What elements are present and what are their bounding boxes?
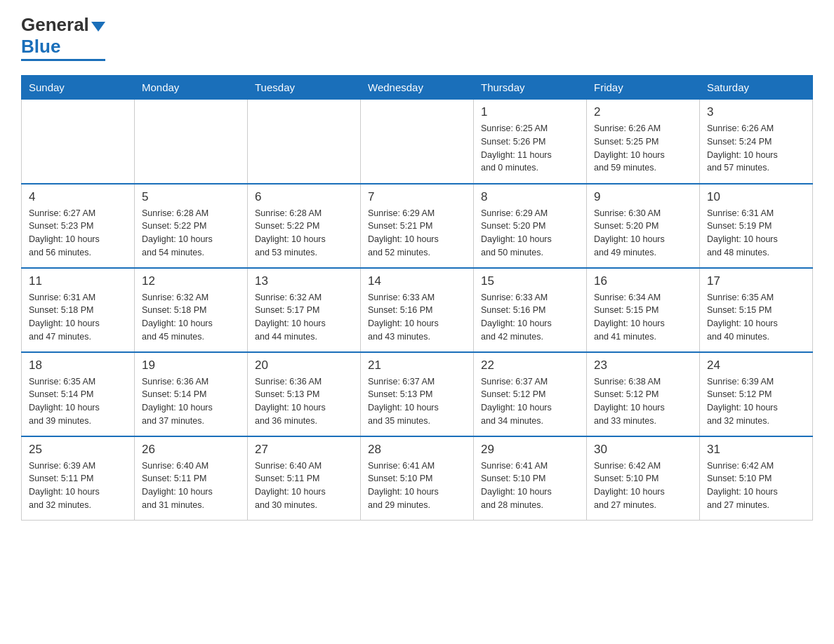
day-number: 11 — [29, 274, 127, 288]
calendar-week-row: 1Sunrise: 6:25 AM Sunset: 5:26 PM Daylig… — [22, 100, 813, 184]
day-number: 16 — [594, 274, 692, 288]
calendar-header-saturday: Saturday — [700, 76, 813, 100]
day-info: Sunrise: 6:29 AM Sunset: 5:21 PM Dayligh… — [368, 207, 466, 260]
day-info: Sunrise: 6:36 AM Sunset: 5:14 PM Dayligh… — [142, 375, 240, 428]
day-info: Sunrise: 6:32 AM Sunset: 5:18 PM Dayligh… — [142, 291, 240, 344]
day-info: Sunrise: 6:37 AM Sunset: 5:13 PM Dayligh… — [368, 375, 466, 428]
calendar-header-tuesday: Tuesday — [248, 76, 361, 100]
header: General Blue — [21, 14, 813, 61]
day-number: 3 — [707, 105, 805, 119]
day-number: 5 — [142, 190, 240, 204]
day-number: 28 — [368, 443, 466, 457]
day-number: 13 — [255, 274, 353, 288]
calendar-cell: 9Sunrise: 6:30 AM Sunset: 5:20 PM Daylig… — [587, 184, 700, 268]
day-number: 31 — [707, 443, 805, 457]
day-number: 19 — [142, 358, 240, 373]
calendar-cell: 19Sunrise: 6:36 AM Sunset: 5:14 PM Dayli… — [135, 352, 248, 436]
day-number: 26 — [142, 443, 240, 457]
day-number: 24 — [707, 358, 805, 373]
day-number: 6 — [255, 190, 353, 204]
calendar-week-row: 11Sunrise: 6:31 AM Sunset: 5:18 PM Dayli… — [22, 268, 813, 352]
calendar-cell: 23Sunrise: 6:38 AM Sunset: 5:12 PM Dayli… — [587, 352, 700, 436]
calendar-cell: 20Sunrise: 6:36 AM Sunset: 5:13 PM Dayli… — [248, 352, 361, 436]
day-info: Sunrise: 6:36 AM Sunset: 5:13 PM Dayligh… — [255, 375, 353, 428]
day-info: Sunrise: 6:28 AM Sunset: 5:22 PM Dayligh… — [255, 207, 353, 260]
calendar-cell — [22, 100, 135, 184]
calendar-week-row: 4Sunrise: 6:27 AM Sunset: 5:23 PM Daylig… — [22, 184, 813, 268]
calendar-cell — [135, 100, 248, 184]
calendar-cell: 16Sunrise: 6:34 AM Sunset: 5:15 PM Dayli… — [587, 268, 700, 352]
calendar-cell: 31Sunrise: 6:42 AM Sunset: 5:10 PM Dayli… — [700, 436, 813, 521]
calendar-cell: 3Sunrise: 6:26 AM Sunset: 5:24 PM Daylig… — [700, 100, 813, 184]
calendar-cell: 24Sunrise: 6:39 AM Sunset: 5:12 PM Dayli… — [700, 352, 813, 436]
day-info: Sunrise: 6:42 AM Sunset: 5:10 PM Dayligh… — [707, 459, 805, 512]
day-info: Sunrise: 6:41 AM Sunset: 5:10 PM Dayligh… — [481, 459, 579, 512]
day-info: Sunrise: 6:31 AM Sunset: 5:18 PM Dayligh… — [29, 291, 127, 344]
day-info: Sunrise: 6:26 AM Sunset: 5:24 PM Dayligh… — [707, 122, 805, 175]
day-info: Sunrise: 6:34 AM Sunset: 5:15 PM Dayligh… — [594, 291, 692, 344]
calendar-cell: 11Sunrise: 6:31 AM Sunset: 5:18 PM Dayli… — [22, 268, 135, 352]
logo: General Blue — [21, 14, 105, 61]
calendar-cell: 2Sunrise: 6:26 AM Sunset: 5:25 PM Daylig… — [587, 100, 700, 184]
day-info: Sunrise: 6:33 AM Sunset: 5:16 PM Dayligh… — [368, 291, 466, 344]
day-info: Sunrise: 6:39 AM Sunset: 5:12 PM Dayligh… — [707, 375, 805, 428]
calendar-cell: 15Sunrise: 6:33 AM Sunset: 5:16 PM Dayli… — [474, 268, 587, 352]
calendar-cell — [248, 100, 361, 184]
day-info: Sunrise: 6:38 AM Sunset: 5:12 PM Dayligh… — [594, 375, 692, 428]
calendar-cell: 4Sunrise: 6:27 AM Sunset: 5:23 PM Daylig… — [22, 184, 135, 268]
day-info: Sunrise: 6:25 AM Sunset: 5:26 PM Dayligh… — [481, 122, 579, 175]
day-number: 22 — [481, 358, 579, 373]
calendar-header-monday: Monday — [135, 76, 248, 100]
calendar-cell: 25Sunrise: 6:39 AM Sunset: 5:11 PM Dayli… — [22, 436, 135, 521]
day-info: Sunrise: 6:32 AM Sunset: 5:17 PM Dayligh… — [255, 291, 353, 344]
day-number: 18 — [29, 358, 127, 373]
calendar-table: SundayMondayTuesdayWednesdayThursdayFrid… — [21, 75, 813, 521]
day-number: 27 — [255, 443, 353, 457]
calendar-header-row: SundayMondayTuesdayWednesdayThursdayFrid… — [22, 76, 813, 100]
calendar-cell: 7Sunrise: 6:29 AM Sunset: 5:21 PM Daylig… — [361, 184, 474, 268]
calendar-header-thursday: Thursday — [474, 76, 587, 100]
calendar-cell: 26Sunrise: 6:40 AM Sunset: 5:11 PM Dayli… — [135, 436, 248, 521]
day-info: Sunrise: 6:27 AM Sunset: 5:23 PM Dayligh… — [29, 207, 127, 260]
calendar-cell: 8Sunrise: 6:29 AM Sunset: 5:20 PM Daylig… — [474, 184, 587, 268]
day-number: 1 — [481, 105, 579, 119]
day-info: Sunrise: 6:30 AM Sunset: 5:20 PM Dayligh… — [594, 207, 692, 260]
day-info: Sunrise: 6:41 AM Sunset: 5:10 PM Dayligh… — [368, 459, 466, 512]
calendar-cell: 12Sunrise: 6:32 AM Sunset: 5:18 PM Dayli… — [135, 268, 248, 352]
calendar-cell: 17Sunrise: 6:35 AM Sunset: 5:15 PM Dayli… — [700, 268, 813, 352]
calendar-cell: 21Sunrise: 6:37 AM Sunset: 5:13 PM Dayli… — [361, 352, 474, 436]
day-info: Sunrise: 6:31 AM Sunset: 5:19 PM Dayligh… — [707, 207, 805, 260]
day-number: 20 — [255, 358, 353, 373]
calendar-cell: 27Sunrise: 6:40 AM Sunset: 5:11 PM Dayli… — [248, 436, 361, 521]
calendar-header-sunday: Sunday — [22, 76, 135, 100]
calendar-header-wednesday: Wednesday — [361, 76, 474, 100]
day-number: 9 — [594, 190, 692, 204]
day-number: 25 — [29, 443, 127, 457]
day-info: Sunrise: 6:40 AM Sunset: 5:11 PM Dayligh… — [255, 459, 353, 512]
day-number: 30 — [594, 443, 692, 457]
calendar-cell: 5Sunrise: 6:28 AM Sunset: 5:22 PM Daylig… — [135, 184, 248, 268]
calendar-header-friday: Friday — [587, 76, 700, 100]
calendar-cell: 10Sunrise: 6:31 AM Sunset: 5:19 PM Dayli… — [700, 184, 813, 268]
calendar-week-row: 25Sunrise: 6:39 AM Sunset: 5:11 PM Dayli… — [22, 436, 813, 521]
day-info: Sunrise: 6:40 AM Sunset: 5:11 PM Dayligh… — [142, 459, 240, 512]
calendar-cell: 6Sunrise: 6:28 AM Sunset: 5:22 PM Daylig… — [248, 184, 361, 268]
day-number: 4 — [29, 190, 127, 204]
day-number: 7 — [368, 190, 466, 204]
day-number: 15 — [481, 274, 579, 288]
day-info: Sunrise: 6:35 AM Sunset: 5:15 PM Dayligh… — [707, 291, 805, 344]
calendar-week-row: 18Sunrise: 6:35 AM Sunset: 5:14 PM Dayli… — [22, 352, 813, 436]
day-number: 29 — [481, 443, 579, 457]
day-number: 12 — [142, 274, 240, 288]
calendar-cell: 1Sunrise: 6:25 AM Sunset: 5:26 PM Daylig… — [474, 100, 587, 184]
day-info: Sunrise: 6:39 AM Sunset: 5:11 PM Dayligh… — [29, 459, 127, 512]
calendar-cell — [361, 100, 474, 184]
day-info: Sunrise: 6:26 AM Sunset: 5:25 PM Dayligh… — [594, 122, 692, 175]
day-info: Sunrise: 6:33 AM Sunset: 5:16 PM Dayligh… — [481, 291, 579, 344]
day-info: Sunrise: 6:28 AM Sunset: 5:22 PM Dayligh… — [142, 207, 240, 260]
logo-blue-text: Blue — [21, 36, 60, 57]
day-number: 10 — [707, 190, 805, 204]
calendar-cell: 14Sunrise: 6:33 AM Sunset: 5:16 PM Dayli… — [361, 268, 474, 352]
day-number: 2 — [594, 105, 692, 119]
day-info: Sunrise: 6:29 AM Sunset: 5:20 PM Dayligh… — [481, 207, 579, 260]
